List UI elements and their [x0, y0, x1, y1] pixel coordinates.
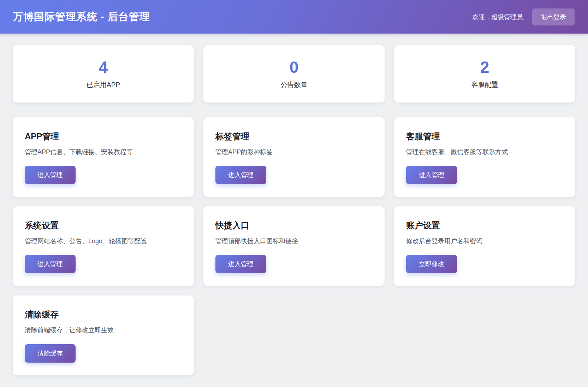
stat-value: 0 — [290, 58, 299, 76]
card-description: 管理顶部快捷入口图标和链接 — [215, 237, 373, 246]
stat-label: 公告数量 — [281, 80, 308, 89]
header-user-area: 欢迎，超级管理员 退出登录 — [472, 8, 575, 25]
card-description: 管理APP信息、下载链接、安装教程等 — [25, 148, 182, 157]
enter-management-button[interactable]: 进入管理 — [25, 166, 76, 184]
stat-card-announcements: 0 公告数量 — [203, 45, 385, 102]
welcome-text: 欢迎，超级管理员 — [472, 13, 523, 21]
card-system-settings: 系统设置 管理网站名称、公告、Logo、轮播图等配置 进入管理 — [13, 206, 194, 286]
app-header: 万博国际管理系统 - 后台管理 欢迎，超级管理员 退出登录 — [0, 0, 588, 34]
card-title: APP管理 — [25, 131, 182, 142]
stats-row: 4 已启用APP 0 公告数量 2 客服配置 — [13, 45, 575, 102]
card-title: 客服管理 — [406, 131, 563, 142]
enter-management-button[interactable]: 进入管理 — [215, 255, 266, 273]
card-account-settings: 账户设置 修改后台登录用户名和密码 立即修改 — [394, 206, 575, 286]
dashboard-main: 4 已启用APP 0 公告数量 2 客服配置 APP管理 管理APP信息、下载链… — [0, 34, 588, 387]
stat-value: 2 — [480, 58, 489, 76]
stat-label: 客服配置 — [471, 80, 498, 89]
card-title: 标签管理 — [215, 131, 373, 142]
card-description: 管理APP的彩种标签 — [215, 148, 373, 157]
stat-value: 4 — [99, 58, 108, 76]
card-description: 修改后台登录用户名和密码 — [406, 237, 563, 246]
card-title: 清除缓存 — [25, 309, 182, 320]
card-customer-service-management: 客服管理 管理在线客服、微信客服等联系方式 进入管理 — [394, 117, 575, 197]
enter-management-button[interactable]: 进入管理 — [215, 166, 266, 184]
card-title: 快捷入口 — [215, 220, 373, 231]
card-app-management: APP管理 管理APP信息、下载链接、安装教程等 进入管理 — [13, 117, 194, 197]
page-title: 万博国际管理系统 - 后台管理 — [13, 10, 150, 24]
card-title: 账户设置 — [406, 220, 563, 231]
modify-now-button[interactable]: 立即修改 — [406, 255, 457, 273]
card-clear-cache: 清除缓存 清除前端缓存，让修改立即生效 清除缓存 — [13, 295, 194, 375]
enter-management-button[interactable]: 进入管理 — [25, 255, 76, 273]
enter-management-button[interactable]: 进入管理 — [406, 166, 457, 184]
card-title: 系统设置 — [25, 220, 182, 231]
stat-label: 已启用APP — [87, 80, 120, 89]
card-description: 管理在线客服、微信客服等联系方式 — [406, 148, 563, 157]
card-description: 清除前端缓存，让修改立即生效 — [25, 326, 182, 335]
stat-card-enabled-apps: 4 已启用APP — [13, 45, 194, 102]
stat-card-customer-service: 2 客服配置 — [394, 45, 575, 102]
logout-button[interactable]: 退出登录 — [532, 8, 575, 25]
card-quick-entry: 快捷入口 管理顶部快捷入口图标和链接 进入管理 — [203, 206, 385, 286]
management-cards-grid: APP管理 管理APP信息、下载链接、安装教程等 进入管理 标签管理 管理APP… — [13, 117, 575, 375]
card-description: 管理网站名称、公告、Logo、轮播图等配置 — [25, 237, 182, 246]
card-tag-management: 标签管理 管理APP的彩种标签 进入管理 — [203, 117, 385, 197]
clear-cache-button[interactable]: 清除缓存 — [25, 344, 76, 363]
